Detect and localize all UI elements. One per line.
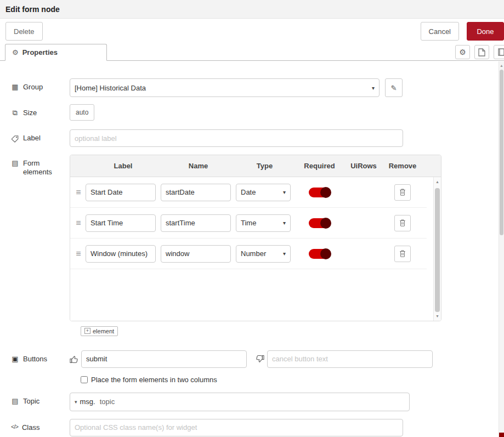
submit-button-text-input[interactable] — [81, 350, 247, 368]
chevron-down-icon: ▾ — [283, 251, 286, 257]
main-scrollbar[interactable]: ▲ — [499, 61, 504, 437]
form-elements-table: Label Name Type Required UiRows Remove ≡ — [70, 155, 441, 321]
form-elements-body: ≡ Date ▾ — [70, 177, 441, 321]
group-select[interactable]: [Home] Historical Data ▾ — [70, 78, 380, 97]
element-name-input[interactable] — [161, 245, 231, 263]
buttons-row: ▣ Buttons — [11, 350, 504, 368]
dialog-button-bar: Delete Cancel Done — [0, 19, 504, 44]
col-type: Type — [236, 162, 293, 170]
pencil-icon: ✎ — [390, 84, 397, 92]
dialog-title: Edit form node — [5, 5, 60, 14]
class-input[interactable] — [70, 419, 403, 436]
element-name-input[interactable] — [161, 214, 231, 232]
group-row: ▦ Group [Home] Historical Data ▾ ✎ — [11, 78, 504, 97]
col-label: Label — [86, 162, 161, 170]
element-type-select[interactable]: Number ▾ — [236, 245, 291, 263]
element-type-select[interactable]: Date ▾ — [236, 184, 291, 201]
chevron-down-icon: ▾ — [283, 189, 286, 195]
topic-typed-input[interactable]: ▾ msg. topic — [70, 393, 410, 411]
book-icon — [497, 48, 504, 56]
label-label: Label — [11, 129, 70, 143]
remove-row-button[interactable] — [394, 184, 411, 201]
properties-panel: ▦ Group [Home] Historical Data ▾ ✎ ⧉ Siz… — [0, 61, 504, 436]
done-button[interactable]: Done — [467, 22, 504, 41]
buttons-label: ▣ Buttons — [11, 350, 70, 364]
description-button[interactable] — [474, 45, 489, 59]
form-element-row: ≡ Date ▾ — [70, 177, 427, 208]
element-name-input[interactable] — [161, 184, 231, 201]
trash-icon — [399, 188, 406, 196]
group-select-value: [Home] Historical Data — [75, 84, 146, 92]
delete-button[interactable]: Delete — [5, 22, 43, 41]
form-elements-header: Label Name Type Required UiRows Remove — [70, 155, 441, 177]
tab-properties-label: Properties — [22, 48, 58, 56]
help-book-button[interactable] — [494, 45, 504, 59]
topic-type-button[interactable]: ▾ msg. — [70, 393, 100, 411]
col-uirows: UiRows — [346, 162, 382, 170]
label-row: Label — [11, 129, 504, 147]
cancel-button-text-input[interactable] — [267, 350, 433, 368]
two-columns-checkbox[interactable] — [81, 376, 88, 383]
two-columns-row: Place the form elements in two columns — [81, 376, 504, 384]
drag-handle-icon[interactable]: ≡ — [76, 188, 81, 197]
chevron-down-icon: ▾ — [283, 220, 286, 226]
element-label-input[interactable] — [86, 214, 156, 232]
code-icon: </> — [11, 423, 18, 432]
caret-down-icon: ▾ — [75, 399, 77, 405]
form-elements-icon: ▤ — [11, 159, 19, 177]
node-settings-button[interactable]: ⚙ — [455, 45, 470, 59]
scroll-up-icon[interactable]: ▲ — [499, 64, 504, 67]
properties-gear-icon: ⚙ — [12, 48, 19, 56]
required-toggle[interactable] — [309, 249, 331, 259]
topic-row: ▤ Topic ▾ msg. topic — [11, 393, 504, 411]
thumbs-down-icon — [256, 355, 264, 364]
chevron-down-icon: ▾ — [372, 85, 375, 91]
resize-corner[interactable] — [499, 433, 504, 437]
scroll-up-icon[interactable]: ▲ — [434, 180, 441, 184]
trash-icon — [399, 219, 406, 227]
two-columns-label: Place the form elements in two columns — [91, 376, 217, 384]
element-label-input[interactable] — [86, 184, 156, 201]
size-auto-button[interactable]: auto — [70, 104, 94, 121]
topic-icon: ▤ — [11, 397, 19, 406]
file-icon — [478, 48, 485, 56]
element-type-select[interactable]: Time ▾ — [236, 214, 291, 232]
tab-properties[interactable]: ⚙ Properties — [5, 44, 107, 61]
tab-action-buttons: ⚙ — [455, 45, 504, 59]
form-elements-label: ▤ Form elements — [11, 155, 70, 177]
add-element-button[interactable]: + element — [81, 326, 118, 336]
edit-group-button[interactable]: ✎ — [385, 78, 403, 97]
tab-bar: ⚙ Properties ⚙ — [0, 44, 504, 61]
size-row: ⧉ Size auto — [11, 104, 504, 121]
group-icon: ▦ — [11, 83, 19, 92]
cancel-button[interactable]: Cancel — [421, 22, 459, 41]
element-label-input[interactable] — [86, 245, 156, 263]
required-toggle[interactable] — [309, 188, 331, 197]
confirm-buttons: Cancel Done — [421, 22, 504, 41]
required-toggle[interactable] — [309, 218, 331, 228]
drag-handle-icon[interactable]: ≡ — [76, 249, 81, 259]
col-name: Name — [161, 162, 236, 170]
class-row: </> Class — [11, 419, 504, 436]
label-input[interactable] — [70, 129, 403, 147]
col-required: Required — [293, 162, 346, 170]
topic-value[interactable]: topic — [100, 398, 115, 406]
drag-handle-icon[interactable]: ≡ — [76, 218, 81, 228]
scroll-down-icon[interactable]: ▼ — [434, 314, 441, 318]
col-remove: Remove — [382, 162, 423, 170]
gear-icon: ⚙ — [459, 48, 466, 56]
size-label: ⧉ Size — [11, 104, 70, 117]
tag-icon — [11, 135, 19, 143]
remove-row-button[interactable] — [394, 246, 411, 262]
table-scrollbar-thumb[interactable] — [435, 188, 440, 312]
dialog-header: Edit form node — [0, 0, 504, 19]
table-scrollbar[interactable]: ▲ ▼ — [433, 177, 441, 321]
thumbs-up-icon — [70, 355, 78, 364]
topic-prefix: msg. — [80, 398, 95, 406]
group-label: ▦ Group — [11, 78, 70, 92]
edit-form-node-dialog: { "header": { "title": "Edit form node" … — [0, 0, 504, 437]
remove-row-button[interactable] — [394, 215, 411, 231]
buttons-icon: ▣ — [11, 355, 19, 364]
form-element-row: ≡ Time ▾ — [70, 208, 427, 239]
main-scrollbar-thumb[interactable] — [500, 70, 503, 235]
